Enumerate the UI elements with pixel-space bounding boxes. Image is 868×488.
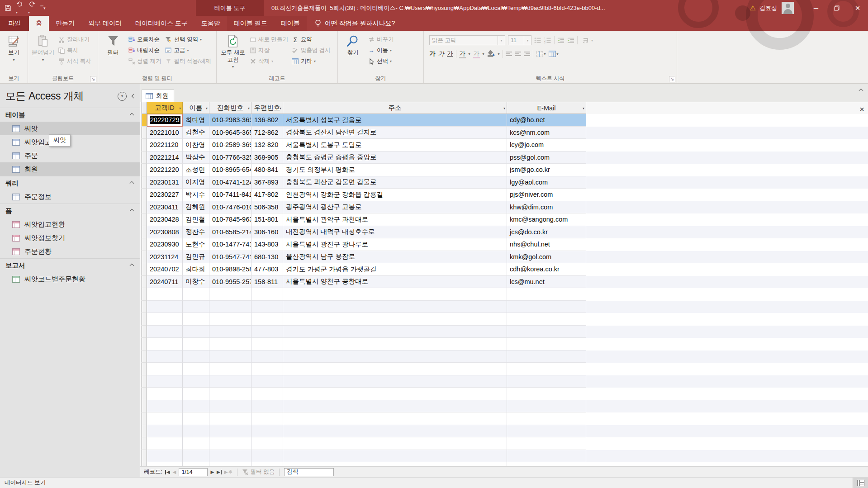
empty-cell[interactable] — [251, 462, 283, 466]
cell[interactable]: 367-893 — [251, 176, 283, 189]
advanced-filter-button[interactable]: 고급▾ — [163, 45, 213, 56]
cell[interactable]: jcs@do.co.kr — [507, 226, 586, 239]
empty-cell[interactable] — [251, 450, 283, 463]
select-button[interactable]: 선택▾ — [366, 56, 396, 66]
empty-cell[interactable] — [183, 400, 209, 413]
cell[interactable]: 김민규 — [183, 251, 209, 264]
empty-cell[interactable] — [283, 301, 507, 313]
select-all-cell[interactable] — [142, 102, 147, 114]
minimize-button[interactable]: ─ — [806, 0, 826, 16]
empty-cell[interactable] — [183, 363, 209, 375]
gridlines-button[interactable]: ▾ — [536, 50, 546, 57]
cell[interactable]: 20240711 — [147, 276, 183, 289]
empty-cell[interactable] — [183, 388, 209, 400]
cell[interactable]: 정찬수 — [183, 226, 209, 239]
column-header-email[interactable]: E-Mail▾ — [507, 102, 586, 114]
cell[interactable]: 010-4741-1245 — [209, 176, 251, 189]
empty-cell[interactable] — [283, 388, 507, 400]
close-object-icon[interactable]: × — [859, 105, 864, 114]
record-selector[interactable] — [142, 437, 147, 450]
nav-item[interactable]: 씨앗입고현황 — [0, 218, 140, 231]
empty-cell[interactable] — [251, 326, 283, 338]
record-selector[interactable] — [142, 388, 147, 400]
redo-icon[interactable]: ▾ — [28, 1, 36, 15]
empty-cell[interactable] — [147, 462, 183, 466]
empty-cell[interactable] — [251, 437, 283, 450]
empty-cell[interactable] — [147, 412, 183, 425]
record-selector[interactable] — [142, 326, 147, 338]
replace-button[interactable]: 바꾸기 — [366, 34, 396, 45]
empty-cell[interactable] — [209, 400, 251, 413]
empty-cell[interactable] — [209, 388, 251, 400]
filter-dropdown-icon[interactable]: ▾ — [248, 106, 250, 110]
record-selector[interactable] — [142, 301, 147, 313]
filter-button[interactable]: 필터 — [100, 33, 126, 57]
empty-cell[interactable] — [147, 425, 183, 438]
avatar[interactable] — [782, 2, 794, 14]
cell[interactable]: 010-2983-3635 — [209, 114, 251, 127]
undo-icon[interactable]: ▾ — [16, 1, 24, 15]
align-left-icon[interactable] — [506, 52, 512, 56]
cell[interactable]: 20221120 — [147, 139, 183, 152]
cell[interactable]: 박삼수 — [183, 152, 209, 164]
empty-cell[interactable] — [507, 462, 586, 466]
empty-cell[interactable] — [183, 313, 209, 326]
view-button[interactable]: 보기 ▾ — [2, 33, 26, 62]
cell[interactable]: 010-9547-7411 — [209, 251, 251, 264]
sort-ascending-button[interactable]: 오름차순 — [126, 34, 163, 45]
empty-cell[interactable] — [209, 437, 251, 450]
cell[interactable]: nhs@chul.net — [507, 238, 586, 251]
cell[interactable]: kmk@gol.com — [507, 251, 586, 264]
empty-cell[interactable] — [183, 412, 209, 425]
record-position-box[interactable]: 1/14 — [179, 468, 208, 476]
record-selector[interactable] — [142, 351, 147, 363]
empty-cell[interactable] — [183, 425, 209, 438]
empty-cell[interactable] — [507, 450, 586, 463]
cell[interactable]: 김민철 — [183, 213, 209, 226]
cell[interactable]: 132-820 — [251, 139, 283, 152]
cell[interactable]: 20221214 — [147, 152, 183, 164]
more-button[interactable]: 기타▾ — [290, 56, 332, 66]
cell[interactable]: 20230227 — [147, 189, 183, 201]
cell[interactable]: 20230930 — [147, 238, 183, 251]
selection-button[interactable]: 선택 영역▾ — [163, 34, 213, 45]
empty-cell[interactable] — [283, 288, 507, 301]
collapse-ribbon-icon[interactable] — [859, 86, 863, 94]
empty-cell[interactable] — [507, 351, 586, 363]
cell[interactable]: 서울특별시 광진구 광나루로 — [283, 238, 507, 251]
italic-button[interactable]: 가 — [438, 50, 445, 58]
cell[interactable]: kmc@sangong.com — [507, 213, 586, 226]
empty-cell[interactable] — [209, 313, 251, 326]
cell[interactable]: 010-6585-2145 — [209, 226, 251, 239]
close-button[interactable]: × — [847, 0, 868, 16]
record-selector[interactable] — [142, 450, 147, 463]
empty-cell[interactable] — [283, 412, 507, 425]
nav-item[interactable]: 주문현황 — [0, 245, 140, 258]
cell[interactable]: 서울특별시 관악구 과천대로 — [283, 213, 507, 226]
empty-cell[interactable] — [183, 338, 209, 351]
tab-create[interactable]: 만들기 — [49, 16, 81, 31]
empty-cell[interactable] — [147, 450, 183, 463]
record-selector[interactable] — [142, 176, 147, 189]
record-selector[interactable] — [142, 213, 147, 226]
shutter-close-icon[interactable] — [132, 94, 136, 99]
tab-external-data[interactable]: 외부 데이터 — [81, 16, 128, 31]
empty-cell[interactable] — [147, 288, 183, 301]
empty-cell[interactable] — [507, 288, 586, 301]
spelling-button[interactable]: 맞춤법 검사 — [290, 45, 332, 56]
record-selector[interactable] — [142, 164, 147, 176]
empty-cell[interactable] — [507, 363, 586, 375]
empty-cell[interactable] — [251, 363, 283, 375]
nav-item[interactable]: 씨앗정보찾기 — [0, 231, 140, 245]
cell[interactable]: 368-905 — [251, 152, 283, 164]
font-color-button[interactable]: 가 — [459, 50, 466, 58]
tell-me-box[interactable]: 어떤 작업을 원하시나요? — [315, 16, 395, 31]
empty-cell[interactable] — [251, 338, 283, 351]
cell[interactable]: 010-2589-3695 — [209, 139, 251, 152]
empty-cell[interactable] — [251, 301, 283, 313]
cell[interactable]: 이찬영 — [183, 139, 209, 152]
cell[interactable]: 010-8965-6542 — [209, 164, 251, 176]
nav-section-header[interactable]: 보고서 — [0, 258, 140, 272]
last-record-button[interactable]: ▶ — [217, 469, 222, 474]
cell[interactable]: 서울특별시 성북구 길음로 — [283, 114, 507, 127]
